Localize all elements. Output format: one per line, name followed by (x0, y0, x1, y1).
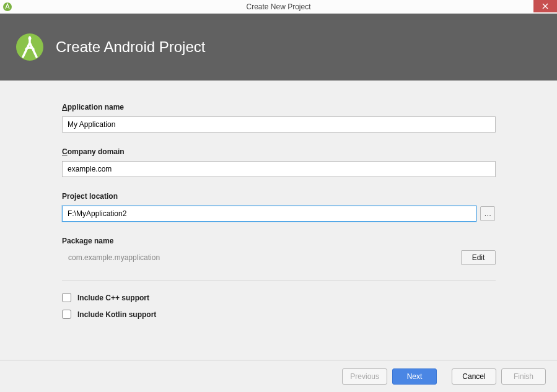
include-kotlin-checkbox[interactable]: Include Kotlin support (62, 310, 495, 319)
checkbox-box-icon (62, 293, 71, 302)
project-location-group: Project location … (62, 192, 495, 222)
svg-point-4 (29, 37, 32, 40)
edit-package-button[interactable]: Edit (461, 250, 496, 265)
window-title: Create New Project (246, 2, 310, 11)
package-name-value: com.example.myapplication (62, 253, 160, 262)
cancel-button[interactable]: Cancel (452, 368, 496, 385)
application-name-input[interactable] (62, 116, 496, 133)
close-icon (542, 3, 548, 9)
company-domain-group: Company domain (62, 147, 495, 177)
application-name-group: Application name (62, 103, 495, 133)
wizard-footer: Previous Next Cancel Finish (0, 360, 557, 392)
company-domain-input[interactable] (62, 161, 496, 177)
package-name-label: Package name (62, 237, 495, 245)
include-kotlin-label: Include Kotlin support (77, 310, 156, 319)
titlebar: Create New Project (0, 0, 557, 14)
app-icon (2, 2, 12, 12)
company-domain-label: Company domain (62, 147, 495, 156)
package-name-group: Package name com.example.myapplication E… (62, 237, 495, 265)
previous-button[interactable]: Previous (342, 368, 387, 385)
ellipsis-icon: … (484, 209, 491, 218)
browse-button[interactable]: … (480, 206, 495, 221)
android-studio-logo-icon (15, 32, 45, 62)
include-cpp-label: Include C++ support (77, 294, 149, 302)
form-content: Application name Company domain Project … (0, 81, 557, 339)
close-button[interactable] (533, 0, 557, 12)
divider (62, 280, 496, 281)
project-location-input[interactable] (62, 206, 476, 222)
project-location-label: Project location (62, 192, 495, 201)
application-name-label: Application name (62, 103, 495, 111)
finish-button[interactable]: Finish (501, 368, 546, 385)
page-title: Create Android Project (56, 38, 205, 56)
include-cpp-checkbox[interactable]: Include C++ support (62, 293, 495, 302)
header-banner: Create Android Project (0, 14, 557, 81)
next-button[interactable]: Next (392, 368, 437, 385)
checkbox-box-icon (62, 310, 71, 319)
